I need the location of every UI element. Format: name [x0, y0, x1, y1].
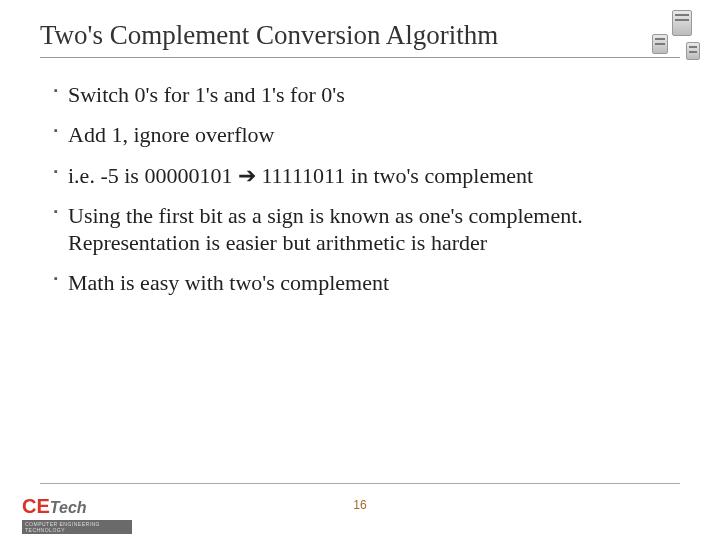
logo-suffix: Tech [50, 499, 87, 516]
bullet-text: Switch 0's for 1's and 1's for 0's [68, 82, 345, 107]
list-item: ▪ Using the first bit as a sign is known… [54, 203, 680, 256]
list-item: ▪ i.e. -5 is 00000101 ➔ 11111011 in two'… [54, 163, 680, 189]
bullet-icon: ▪ [54, 124, 58, 137]
logo-subtitle: COMPUTER ENGINEERING TECHNOLOGY [22, 520, 132, 534]
bullet-text: Add 1, ignore overflow [68, 122, 275, 147]
footer-divider [40, 483, 680, 484]
list-item: ▪ Add 1, ignore overflow [54, 122, 680, 148]
title-divider [40, 57, 680, 58]
bullet-icon: ▪ [54, 205, 58, 218]
slide: Two's Complement Conversion Algorithm ▪ … [0, 0, 720, 540]
bullet-text: Math is easy with two's complement [68, 270, 389, 295]
bullet-icon: ▪ [54, 165, 58, 178]
bullet-text: Using the first bit as a sign is known a… [68, 203, 583, 254]
bullet-list: ▪ Switch 0's for 1's and 1's for 0's ▪ A… [40, 82, 680, 296]
slide-title: Two's Complement Conversion Algorithm [40, 20, 680, 51]
list-item: ▪ Switch 0's for 1's and 1's for 0's [54, 82, 680, 108]
footer-logo: CETech COMPUTER ENGINEERING TECHNOLOGY [22, 496, 132, 532]
logo-prefix: CE [22, 495, 50, 517]
bullet-text: i.e. -5 is 00000101 ➔ 11111011 in two's … [68, 163, 533, 188]
bullet-icon: ▪ [54, 272, 58, 285]
list-item: ▪ Math is easy with two's complement [54, 270, 680, 296]
bullet-icon: ▪ [54, 84, 58, 97]
corner-decoration-icon [632, 6, 702, 66]
